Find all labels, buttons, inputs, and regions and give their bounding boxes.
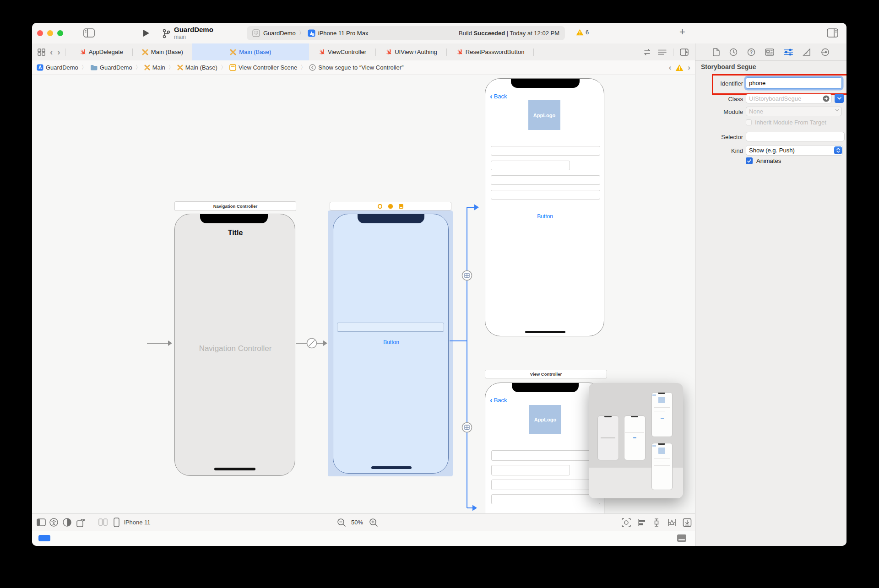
next-issue-button[interactable]: › — [688, 63, 690, 72]
animates-checkbox[interactable] — [746, 157, 753, 164]
zoom-in-button[interactable] — [369, 518, 378, 527]
selector-input[interactable] — [746, 132, 845, 141]
swift-file-icon — [385, 49, 392, 55]
toggle-navigator-icon[interactable] — [83, 28, 95, 38]
bottom-field-2[interactable] — [491, 465, 570, 475]
dock-panel-icon[interactable] — [677, 534, 687, 542]
attributes-inspector-icon[interactable] — [784, 49, 793, 56]
identifier-input[interactable] — [746, 77, 842, 89]
tab-appdelegate[interactable]: AppDelegate — [70, 43, 132, 60]
signup-field-4[interactable] — [491, 190, 600, 200]
toggle-inspector-icon[interactable] — [827, 28, 838, 38]
appearance-toggle-icon[interactable] — [63, 518, 71, 527]
connections-inspector-icon[interactable] — [821, 48, 830, 56]
kind-stepper-icon[interactable] — [834, 146, 842, 154]
size-inspector-icon[interactable] — [803, 48, 811, 56]
split-editor-icon[interactable] — [98, 518, 108, 526]
identity-inspector-icon[interactable] — [765, 49, 774, 56]
run-button[interactable] — [142, 29, 150, 38]
device-name[interactable]: iPhone 11 — [124, 519, 151, 526]
inherit-module-checkbox — [746, 119, 752, 125]
breadcrumb-scene[interactable]: View Controller Scene — [229, 64, 297, 71]
signup-field-2[interactable] — [491, 161, 570, 170]
tab-uiview-authing[interactable]: UIView+Authing — [376, 43, 446, 60]
storyboard-minimap-panel[interactable] — [589, 383, 683, 498]
zoom-out-button[interactable] — [337, 518, 346, 527]
class-input[interactable] — [746, 94, 832, 103]
login-text-field[interactable] — [337, 323, 444, 332]
bottom-field-1[interactable] — [491, 450, 600, 461]
signup-field-3[interactable] — [491, 175, 600, 185]
new-tab-button[interactable]: + — [679, 26, 685, 38]
first-responder-dock-icon[interactable] — [388, 204, 393, 209]
identifier-label: Identifier — [695, 80, 743, 87]
file-inspector-icon[interactable] — [713, 48, 720, 56]
embed-icon[interactable] — [683, 518, 692, 527]
adjust-editor-options-icon[interactable] — [658, 49, 667, 55]
class-dropdown-button[interactable] — [835, 94, 844, 103]
inspector-tab-bar: ? — [695, 43, 846, 61]
breadcrumb-group[interactable]: GuardDemo — [90, 64, 132, 71]
minimize-window-button[interactable] — [47, 30, 53, 36]
login-button[interactable]: Button — [333, 339, 449, 345]
jump-bar: A GuardDemo 〉 GuardDemo 〉 Main 〉 Main (B… — [32, 60, 695, 75]
bottom-field-4[interactable] — [491, 494, 600, 504]
add-editor-icon[interactable] — [680, 49, 689, 56]
history-inspector-icon[interactable] — [729, 48, 738, 56]
update-frames-icon[interactable] — [622, 518, 631, 527]
breadcrumb-main-base[interactable]: Main (Base) — [177, 64, 217, 71]
nav-controller-scene-label[interactable]: Navigation Controller — [174, 201, 296, 211]
view-controller-dock-icon[interactable] — [378, 204, 382, 209]
nav-bar-title[interactable]: Title — [175, 229, 296, 237]
add-constraints-icon[interactable] — [652, 518, 661, 527]
orientation-icon[interactable] — [76, 518, 86, 527]
quick-help-inspector-icon[interactable]: ? — [747, 48, 755, 56]
tab-viewcontroller[interactable]: ViewController — [309, 43, 375, 60]
related-items-icon[interactable] — [38, 49, 45, 56]
bottom-phone[interactable]: ‹ Back AppLogo — [485, 383, 604, 513]
breadcrumb-project[interactable]: A GuardDemo — [37, 64, 78, 71]
signup-phone[interactable]: ‹ Back AppLogo Button — [485, 78, 604, 336]
scheme-selector[interactable]: GuardDemo 〉 iPhone 11 Pro Max Build Succ… — [247, 26, 565, 40]
go-forward-button[interactable]: › — [57, 47, 60, 57]
breadcrumb-main[interactable]: Main — [144, 64, 165, 71]
build-status-text: Build Succeeded | Today at 12:02 PM — [459, 30, 559, 37]
zoom-window-button[interactable] — [57, 30, 63, 36]
login-phone[interactable]: Button — [333, 214, 449, 474]
toggle-document-outline-icon[interactable] — [37, 518, 46, 526]
tab-resetpasswordbutton[interactable]: ResetPasswordButton — [447, 43, 534, 60]
device-icon[interactable] — [114, 518, 119, 527]
storyboard-canvas[interactable]: Navigation Controller Title Navigation C… — [32, 75, 695, 513]
scheme-device-name[interactable]: iPhone 11 Pro Max — [318, 30, 369, 37]
folder-icon — [90, 65, 98, 70]
signup-field-1[interactable] — [491, 146, 600, 156]
app-logo-view[interactable]: AppLogo — [529, 405, 561, 434]
back-button[interactable]: ‹ Back — [490, 397, 507, 404]
warning-count-badge[interactable]: 6 — [576, 29, 589, 36]
nav-controller-phone[interactable]: Title Navigation Controller — [174, 214, 295, 476]
tab-main-base-1[interactable]: Main (Base) — [133, 43, 192, 60]
exit-dock-icon[interactable] — [399, 204, 403, 209]
window-title: GuardDemo — [174, 26, 213, 33]
previous-issue-button[interactable]: ‹ — [669, 63, 672, 72]
issue-warning-icon[interactable] — [675, 64, 684, 71]
zoom-level[interactable]: 50% — [351, 519, 363, 526]
close-window-button[interactable] — [37, 30, 43, 36]
login-scene-dock[interactable] — [330, 202, 451, 210]
view-controller-scene-label[interactable]: View Controller — [485, 370, 607, 378]
breadcrumb-segue[interactable]: Show segue to “View Controller” — [309, 64, 403, 71]
tab-main-base-selected[interactable]: Main (Base) — [192, 43, 309, 60]
scheme-project-name[interactable]: GuardDemo — [263, 30, 296, 37]
app-logo-view[interactable]: AppLogo — [528, 100, 560, 130]
go-back-button[interactable]: ‹ — [50, 47, 53, 57]
accessibility-icon[interactable] — [49, 518, 58, 527]
bottom-field-3[interactable] — [491, 480, 600, 490]
resolve-autolayout-icon[interactable] — [667, 518, 677, 527]
class-jump-icon[interactable] — [823, 95, 830, 102]
signup-button[interactable]: Button — [485, 213, 605, 220]
kind-select[interactable]: Show (e.g. Push) — [746, 145, 843, 156]
align-icon[interactable] — [637, 518, 646, 527]
back-button[interactable]: ‹ Back — [490, 93, 507, 100]
activity-indicator-pill[interactable] — [38, 535, 50, 541]
code-review-icon[interactable] — [643, 49, 651, 55]
